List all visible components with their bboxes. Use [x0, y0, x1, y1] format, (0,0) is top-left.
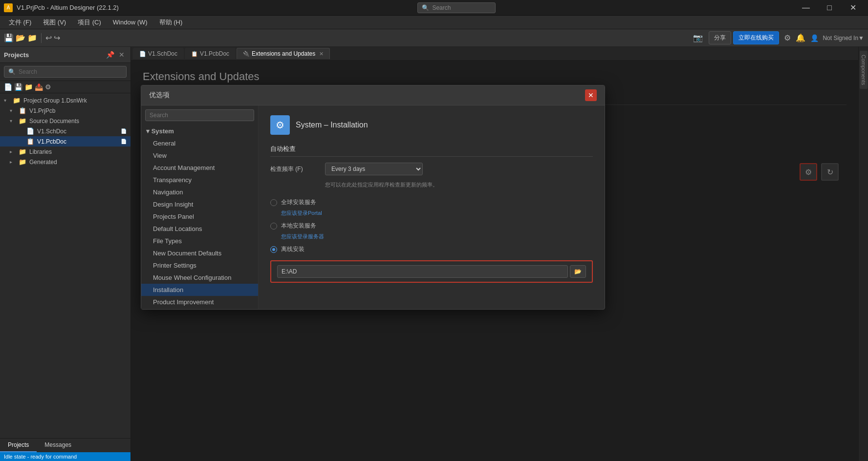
radio-subtext-local[interactable]: 您应该登录服务器: [281, 233, 593, 240]
content-area: 📄 V1.SchDoc 📋 V1.PcbDoc 🔌 Extensions and…: [131, 47, 858, 461]
radio-subtext-global[interactable]: 您应该登录Portal: [281, 210, 593, 217]
tree-label: V1.PrjPcb: [29, 107, 55, 114]
tree-item-libraries[interactable]: ▸ 📁 Libraries: [0, 147, 130, 157]
toolbar-icon-2: 📂: [16, 33, 25, 42]
check-freq-label: 检查频率 (F): [270, 165, 319, 173]
doc-tabs: 📄 V1.SchDoc 📋 V1.PcbDoc 🔌 Extensions and…: [131, 47, 858, 61]
modal-nav-system[interactable]: ▾ System: [141, 125, 258, 137]
user-label[interactable]: Not Signed In▼: [823, 35, 864, 42]
content-page: Extensions and Updates License Managemen…: [131, 61, 858, 461]
sidebar-save-icon[interactable]: 💾: [14, 83, 22, 91]
toolbar-separator: [41, 33, 42, 43]
menu-project[interactable]: 项目 (C): [73, 16, 106, 29]
file-badge: 📄: [121, 139, 127, 144]
minimize-button[interactable]: —: [795, 0, 817, 16]
sidebar-new-doc-icon[interactable]: 📄: [4, 83, 12, 91]
toolbar-settings-icon[interactable]: ⚙: [784, 33, 791, 42]
sidebar-close-all-icon[interactable]: 📤: [35, 83, 43, 91]
tree-item-generated[interactable]: ▸ 📁 Generated: [0, 157, 130, 167]
radio-label-local: 本地安装服务: [281, 222, 316, 230]
tab-close-icon[interactable]: ✕: [319, 51, 324, 57]
titlebar-left: A V1.PrjPcb - Altium Designer (22.1.2): [4, 3, 119, 12]
menu-help[interactable]: 帮助 (H): [154, 16, 188, 29]
tree-item-schdoc[interactable]: ▸ 📄 V1.SchDoc 📄: [0, 126, 130, 136]
search-icon: 🔍: [8, 68, 16, 75]
doc-tab-pcbdoc[interactable]: 📋 V1.PcbDoc: [185, 48, 236, 59]
close-button[interactable]: ✕: [842, 0, 864, 16]
tree-item-source-docs[interactable]: ▾ 📁 Source Documents: [0, 116, 130, 126]
toolbar: 💾 📂 📁 ↩ ↪ 📷 分享 立即在线购买 ⚙ 🔔 👤 Not Signed I…: [0, 29, 868, 47]
menu-window[interactable]: Window (W): [108, 17, 152, 28]
sidebar-search[interactable]: 🔍 Search: [4, 66, 127, 78]
check-freq-row: 检查频率 (F) Every 3 days: [270, 163, 593, 175]
maximize-button[interactable]: □: [818, 0, 841, 16]
right-panel-label[interactable]: Components: [860, 51, 868, 89]
share-button[interactable]: 分享: [709, 31, 731, 44]
tree-label: Libraries: [29, 148, 52, 155]
sidebar-icons: 📌 ✕: [105, 50, 127, 60]
tab-icon: 🔌: [243, 51, 250, 57]
modal-nav-default-locations[interactable]: Default Locations: [141, 223, 258, 235]
menu-view[interactable]: 视图 (V): [38, 16, 71, 29]
toolbar-icon-redo: ↪: [54, 33, 60, 42]
modal-nav-installation[interactable]: Installation: [141, 284, 258, 296]
radio-local[interactable]: 本地安装服务: [270, 219, 593, 233]
sidebar-close-icon[interactable]: ✕: [117, 50, 127, 60]
sidebar-pin-icon[interactable]: 📌: [105, 50, 115, 60]
tree-item-v1prjpcb[interactable]: ▾ 📋 V1.PrjPcb: [0, 105, 130, 116]
buy-button[interactable]: 立即在线购买: [733, 31, 779, 44]
modal-nav-network-activity[interactable]: Network Activity: [141, 308, 258, 309]
modal-nav-view[interactable]: View: [141, 149, 258, 162]
sidebar-bottom: Projects Messages: [0, 438, 130, 452]
modal-nav-design-insight[interactable]: Design Insight: [141, 198, 258, 210]
search-placeholder: Search: [432, 4, 451, 11]
radio-circle-offline: [270, 246, 277, 253]
offline-section: 📂: [270, 260, 593, 283]
sidebar-folder-icon[interactable]: 📁: [24, 83, 33, 91]
tree-item-project-group[interactable]: ▾ 📁 Project Group 1.DsnWrk: [0, 95, 130, 105]
tree-label: V1.PcbDoc: [37, 138, 66, 145]
project-icon: 📋: [19, 107, 26, 114]
modal-content-header: ⚙ System – Installation: [270, 115, 593, 135]
sidebar-tab-messages[interactable]: Messages: [37, 439, 79, 452]
status-text: Idle state - ready for command: [4, 454, 77, 460]
toolbar-notification-icon[interactable]: 🔔: [796, 33, 805, 42]
tab-label: V1.PcbDoc: [200, 50, 229, 57]
modal-header: 优选项 ✕: [141, 85, 605, 105]
tree-item-pcbdoc[interactable]: ▸ 📋 V1.PcbDoc 📄: [0, 136, 130, 147]
pcbdoc-icon: 📋: [26, 138, 34, 145]
search-placeholder: Search: [19, 68, 37, 75]
modal-nav-general[interactable]: General: [141, 137, 258, 149]
modal-nav-printer-settings[interactable]: Printer Settings: [141, 259, 258, 272]
modal-close-button[interactable]: ✕: [585, 89, 597, 101]
offline-browse-button[interactable]: 📂: [570, 265, 586, 278]
generated-icon: 📁: [19, 158, 26, 166]
doc-tab-schdoc[interactable]: 📄 V1.SchDoc: [133, 48, 184, 59]
offline-path-input[interactable]: [277, 265, 568, 278]
sidebar-settings-icon[interactable]: ⚙: [45, 83, 51, 91]
radio-global[interactable]: 全球安装服务: [270, 195, 593, 210]
modal-nav-projects-panel[interactable]: Projects Panel: [141, 210, 258, 223]
modal-nav-transparency[interactable]: Transparency: [141, 174, 258, 186]
radio-offline[interactable]: 离线安装: [270, 242, 593, 256]
tree-label: Generated: [29, 159, 57, 166]
sidebar-title: Projects: [4, 51, 29, 59]
check-freq-select[interactable]: Every 3 days: [325, 163, 423, 175]
app-title: V1.PrjPcb - Altium Designer (22.1.2): [17, 4, 119, 11]
search-icon: 🔍: [422, 4, 429, 11]
section-title-auto-check: 自动检查: [270, 145, 593, 157]
tree-label: Source Documents: [29, 118, 79, 125]
modal-nav-account[interactable]: Account Management: [141, 162, 258, 174]
modal-nav-mouse-wheel[interactable]: Mouse Wheel Configuration: [141, 272, 258, 284]
doc-tab-extensions[interactable]: 🔌 Extensions and Updates ✕: [237, 48, 330, 59]
modal-nav-navigation[interactable]: Navigation: [141, 186, 258, 198]
radio-label-offline: 离线安装: [281, 245, 304, 253]
search-bar[interactable]: 🔍 Search: [417, 2, 496, 13]
sidebar-header: Projects 📌 ✕: [0, 47, 130, 63]
modal-search-input[interactable]: [145, 109, 254, 121]
modal-nav-new-doc-defaults[interactable]: New Document Defaults: [141, 247, 258, 259]
modal-nav-product-improvement[interactable]: Product Improvement: [141, 296, 258, 308]
sidebar-tab-projects[interactable]: Projects: [0, 439, 37, 452]
menu-file[interactable]: 文件 (F): [4, 16, 36, 29]
modal-nav-file-types[interactable]: File Types: [141, 235, 258, 247]
